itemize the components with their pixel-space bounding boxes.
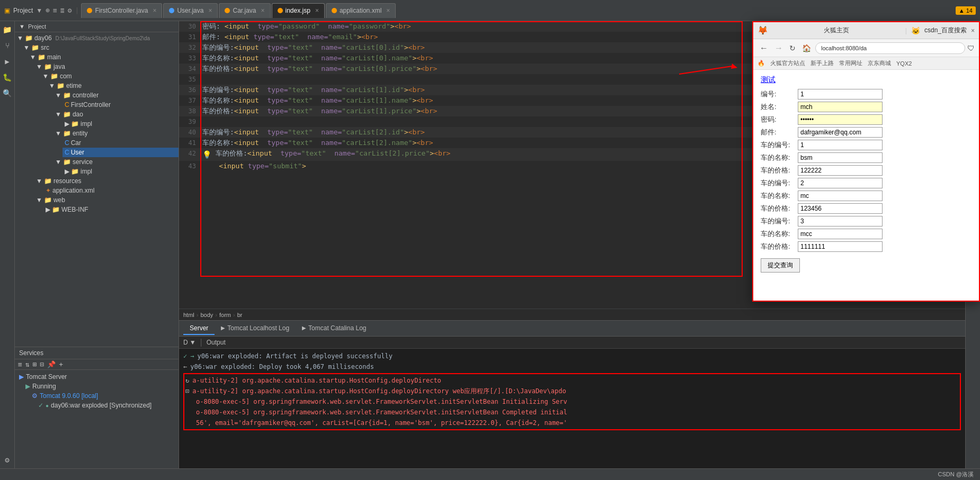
close-tab-3[interactable]: × bbox=[261, 7, 265, 14]
status-text: CSDN @洛溪 bbox=[938, 470, 974, 478]
toolbar-btn-3[interactable]: ≣ bbox=[60, 6, 65, 14]
input-car2-name[interactable] bbox=[798, 229, 883, 239]
services-toolbar-icon-1[interactable]: ≡ bbox=[18, 360, 22, 368]
bookmark-firefox[interactable]: 火狐官方站点 bbox=[770, 59, 805, 67]
tree-item-etime[interactable]: ▼ 📁 etime bbox=[47, 81, 179, 90]
close-tab-4[interactable]: × bbox=[315, 7, 319, 14]
form-row-car1-id: 车的编号: bbox=[761, 178, 972, 188]
bookmark-yqx[interactable]: YQX2 bbox=[896, 60, 912, 67]
bookmark-jd[interactable]: 京东商城 bbox=[868, 59, 891, 67]
action-run-icon[interactable]: ▶ bbox=[3, 55, 11, 68]
back-button[interactable]: ← bbox=[758, 42, 770, 54]
service-item-tomcat-local[interactable]: ⚙ Tomcat 9.0.60 [local] bbox=[28, 391, 179, 401]
project-dropdown-icon[interactable]: ▼ bbox=[36, 7, 42, 14]
tree-item-java[interactable]: ▼ 📁 java bbox=[34, 62, 179, 71]
input-car0-price[interactable] bbox=[798, 165, 883, 176]
breadcrumb-br[interactable]: br bbox=[237, 312, 243, 318]
tree-item-controller[interactable]: ▼ 📁 controller bbox=[53, 90, 179, 100]
car-java-icon: C bbox=[65, 139, 69, 147]
services-toolbar-icon-3[interactable]: ⊞ bbox=[33, 360, 37, 368]
input-car1-id[interactable] bbox=[798, 178, 883, 188]
action-settings-icon[interactable]: ⚙ bbox=[3, 454, 11, 466]
tab-first-controller[interactable]: FirstController.java × bbox=[81, 3, 162, 18]
dropdown-arrow-icon: ▼ bbox=[190, 339, 196, 346]
input-email[interactable] bbox=[798, 127, 883, 138]
breadcrumb-form[interactable]: form bbox=[219, 312, 231, 318]
tree-item-webinf[interactable]: ▶ 📁 WEB-INF bbox=[43, 205, 179, 214]
tree-item-day06[interactable]: ▼ 📁 day06 D:\JavaFullStackStudy\SpringDe… bbox=[15, 33, 179, 43]
console-tab-localhost-log[interactable]: ▶ Tomcat Localhost Log bbox=[215, 322, 296, 335]
input-car2-price[interactable] bbox=[798, 241, 883, 252]
services-toolbar-icon-4[interactable]: ⊟ bbox=[40, 360, 44, 368]
tree-item-car[interactable]: C Car bbox=[63, 138, 179, 148]
bookmark-common[interactable]: 常用网址 bbox=[839, 59, 862, 67]
service-item-tomcat-server[interactable]: ▶ Tomcat Server bbox=[15, 372, 179, 382]
folder-icon: 📁 bbox=[25, 34, 33, 42]
tree-collapse-icon[interactable]: ▼ bbox=[19, 23, 25, 30]
submit-button[interactable]: 提交查询 bbox=[761, 258, 800, 273]
action-git-icon[interactable]: ⑂ bbox=[3, 39, 12, 52]
tree-item-dao-impl[interactable]: ▶ 📁 impl bbox=[63, 119, 179, 129]
services-toolbar-icon-2[interactable]: ⇅ bbox=[25, 360, 30, 368]
tree-item-dao[interactable]: ▼ 📁 dao bbox=[53, 110, 179, 119]
tab-application-xml[interactable]: application.xml × bbox=[326, 3, 396, 18]
action-search-icon[interactable]: 🔍 bbox=[1, 87, 14, 99]
tree-item-user[interactable]: C User bbox=[63, 148, 179, 157]
form-title[interactable]: 测试 bbox=[761, 75, 972, 85]
action-project-icon[interactable]: 📁 bbox=[1, 23, 14, 36]
tab-user[interactable]: User.java × bbox=[163, 3, 218, 18]
tree-item-src[interactable]: ▼ 📁 src bbox=[21, 43, 179, 52]
breadcrumb-body[interactable]: body bbox=[200, 312, 213, 318]
tree-item-resources[interactable]: ▼ 📁 resources bbox=[34, 176, 179, 186]
tab-index-jsp[interactable]: index.jsp × bbox=[272, 3, 325, 18]
action-debug-icon[interactable]: 🐛 bbox=[1, 71, 14, 84]
project-title[interactable]: ▣ Project ▼ bbox=[4, 7, 42, 14]
tree-item-service-impl[interactable]: ▶ 📁 impl bbox=[63, 167, 179, 176]
input-car0-id[interactable] bbox=[798, 140, 883, 150]
breadcrumb-html[interactable]: html bbox=[183, 312, 194, 318]
close-tab-1[interactable]: × bbox=[153, 7, 156, 14]
input-password[interactable] bbox=[798, 114, 883, 125]
label-id: 编号: bbox=[761, 89, 798, 99]
input-car2-id[interactable] bbox=[798, 216, 883, 227]
toolbar-btn-2[interactable]: ≡ bbox=[53, 6, 57, 14]
browser-close-icon[interactable]: × bbox=[971, 27, 975, 34]
service-item-artifact[interactable]: ✓ ● day06:war exploded [Synchronized] bbox=[34, 401, 179, 410]
console-toolbar: D ▼ | Output bbox=[179, 337, 965, 349]
tree-item-service[interactable]: ▼ 📁 service bbox=[53, 157, 179, 167]
csdn-tab-icon: 🐱 bbox=[911, 26, 920, 35]
toolbar-btn-4[interactable]: ⚙ bbox=[68, 6, 72, 14]
tree-item-entity[interactable]: ▼ 📁 entity bbox=[53, 129, 179, 138]
close-tab-2[interactable]: × bbox=[208, 7, 212, 14]
toolbar-separator: | bbox=[75, 6, 79, 14]
tree-item-first-controller[interactable]: C FirstController bbox=[63, 100, 179, 110]
input-name[interactable] bbox=[798, 102, 883, 112]
console-tab-catalina-log[interactable]: ▶ Tomcat Catalina Log bbox=[296, 322, 372, 335]
services-toolbar-icon-5[interactable]: 📌 bbox=[47, 360, 56, 368]
csdn-tab-title[interactable]: csdn_百度搜索 bbox=[924, 26, 967, 35]
input-id[interactable] bbox=[798, 89, 883, 99]
close-tab-5[interactable]: × bbox=[386, 7, 390, 14]
input-car1-name[interactable] bbox=[798, 191, 883, 201]
warning-badge[interactable]: ▲ 14 bbox=[956, 6, 976, 15]
bookmark-newbie[interactable]: 新手上路 bbox=[810, 59, 834, 67]
console-tab-server[interactable]: Server bbox=[183, 322, 215, 335]
address-input[interactable] bbox=[815, 42, 965, 54]
services-toolbar-icon-6[interactable]: + bbox=[59, 360, 63, 368]
expand-icon: ▶ bbox=[46, 206, 50, 213]
input-car0-name[interactable] bbox=[798, 152, 883, 163]
toolbar-btn-1[interactable]: ⊕ bbox=[46, 6, 50, 14]
tree-item-application-xml[interactable]: ✦ application.xml bbox=[43, 186, 179, 195]
console-filter-dropdown[interactable]: D ▼ bbox=[183, 339, 196, 346]
services-header: Services bbox=[15, 347, 179, 359]
refresh-button[interactable]: ↻ bbox=[787, 43, 798, 53]
service-item-running[interactable]: ▶ Running bbox=[21, 382, 179, 391]
tab-car[interactable]: Car.java × bbox=[219, 3, 270, 18]
tree-item-web[interactable]: ▼ 📁 web bbox=[34, 195, 179, 205]
tree-item-main[interactable]: ▼ 📁 main bbox=[28, 52, 179, 62]
input-car1-price[interactable] bbox=[798, 203, 883, 214]
forward-button[interactable]: → bbox=[772, 42, 785, 54]
tree-item-com[interactable]: ▼ 📁 com bbox=[40, 71, 179, 81]
home-button[interactable]: 🏠 bbox=[800, 43, 813, 53]
console-line-7: 56', email='dafrgamiker@qq.com', carList… bbox=[185, 418, 959, 428]
